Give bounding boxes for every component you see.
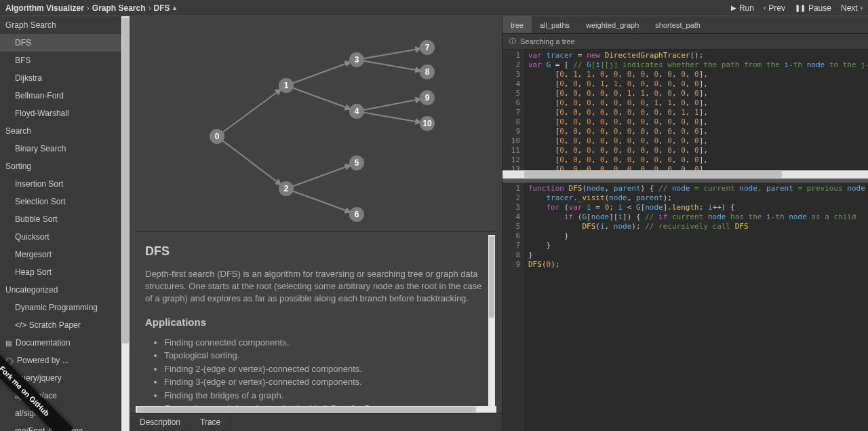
chevron-right-icon: › xyxy=(861,4,863,12)
pause-button[interactable]: ❚❚Pause xyxy=(795,3,831,13)
chevron-left-icon: ‹ xyxy=(764,4,766,12)
graph-node-label: 0 xyxy=(215,132,220,141)
sidebar-item[interactable]: Dynamic Programming xyxy=(0,299,121,316)
graph-node-label: 10 xyxy=(422,119,432,128)
github-icon: ◯ xyxy=(5,357,13,364)
breadcrumb: Algorithm Visualizer › Graph Search › DF… xyxy=(5,3,176,13)
sidebar-category[interactable]: Graph Search xyxy=(0,16,121,34)
play-icon: ▶ xyxy=(731,4,736,12)
gutter: 1 2 3 4 5 6 7 8 9 xyxy=(502,183,524,431)
tab-description[interactable]: Description xyxy=(130,413,191,431)
pause-icon: ❚❚ xyxy=(795,4,806,12)
application-item: Finding the bridges of a graph. xyxy=(164,389,487,402)
sidebar-item[interactable]: Quicksort xyxy=(0,228,121,246)
sidebar-item[interactable]: me/Font-Awesome xyxy=(0,422,121,431)
application-item: Topological sorting. xyxy=(164,349,487,362)
graph-node-label: 9 xyxy=(425,93,430,102)
code-editor-bottom[interactable]: 1 2 3 4 5 6 7 8 9 function DFS(node, par… xyxy=(502,179,868,431)
sidebar-category[interactable]: Uncategorized xyxy=(0,281,121,299)
graph-node-label: 1 xyxy=(284,81,289,90)
graph-edge xyxy=(286,60,357,86)
run-button[interactable]: ▶Run xyxy=(731,3,754,13)
graph-node-label: 7 xyxy=(425,43,430,52)
graph-node-label: 3 xyxy=(355,55,359,64)
sidebar-item[interactable]: Mergesort xyxy=(0,246,121,263)
toolbar-actions: ▶Run ‹Prev ❚❚Pause Next› xyxy=(731,3,863,13)
graph-node-label: 5 xyxy=(355,158,359,168)
sidebar-item[interactable]: al/sigma.js xyxy=(0,405,121,422)
breadcrumb-app[interactable]: Algorithm Visualizer xyxy=(5,3,84,13)
sidebar-category[interactable]: Search xyxy=(0,122,121,140)
code-tab[interactable]: shortest_path xyxy=(647,16,709,33)
sidebar-item[interactable]: ajaxorg/ace xyxy=(0,387,121,405)
breadcrumb-category[interactable]: Graph Search xyxy=(92,3,146,13)
sidebar-item[interactable]: DFS xyxy=(0,34,121,52)
code-tab[interactable]: tree xyxy=(502,16,532,33)
graph-edge xyxy=(357,60,427,72)
sidebar-footer-item[interactable]: ▤Documentation xyxy=(0,334,121,352)
application-item: Finding 3-(edge or vertex)-connected com… xyxy=(164,375,487,389)
graph-edge xyxy=(357,48,427,60)
sidebar-item[interactable]: Selection Sort xyxy=(0,193,121,210)
graph-node-label: 6 xyxy=(355,210,359,219)
sidebar-footer-label: Documentation xyxy=(16,338,71,348)
titlebar: Algorithm Visualizer › Graph Search › DF… xyxy=(0,0,868,16)
code-content[interactable]: function DFS(node, parent) { // node = c… xyxy=(528,184,868,269)
center-horizontal-scrollbar[interactable] xyxy=(136,406,496,413)
breadcrumb-algo[interactable]: DFS xyxy=(154,3,170,13)
sidebar-item[interactable]: Heap Sort xyxy=(0,263,121,281)
graph-edge xyxy=(357,111,427,124)
breadcrumb-sep: › xyxy=(87,3,90,13)
sidebar-footer-item[interactable]: ◯Powered by ... xyxy=(0,352,121,369)
description-text: Depth-first search (DFS) is an algorithm… xyxy=(145,268,487,305)
bottom-tabs: Description Trace xyxy=(130,413,502,431)
sidebar-item[interactable]: Insertion Sort xyxy=(0,175,121,193)
graph-node-label: 4 xyxy=(355,107,359,116)
chevron-up-icon[interactable]: ▴ xyxy=(173,4,176,12)
sidebar-item[interactable]: jquery/jquery xyxy=(0,369,121,387)
sidebar-item[interactable]: Floyd-Warshall xyxy=(0,105,121,122)
book-icon: ▤ xyxy=(5,339,12,347)
description-scrollbar[interactable] xyxy=(488,235,495,410)
breadcrumb-sep: › xyxy=(149,3,151,13)
description-pane[interactable]: DFS Depth-first search (DFS) is an algor… xyxy=(136,231,496,413)
sidebar-footer-label: Powered by ... xyxy=(17,356,69,365)
sidebar-item[interactable]: Dijkstra xyxy=(0,69,121,87)
code-tab[interactable]: weighted_graph xyxy=(578,16,647,33)
scrollbar-thumb[interactable] xyxy=(137,407,476,412)
editor-horizontal-scrollbar[interactable] xyxy=(502,170,868,179)
scrollbar-thumb[interactable] xyxy=(524,171,782,178)
scrollbar-thumb[interactable] xyxy=(122,18,129,343)
code-tabs: treeall_pathsweighted_graphshortest_path xyxy=(502,16,868,34)
sidebar[interactable]: Graph SearchDFSBFSDijkstraBellman-FordFl… xyxy=(0,16,121,431)
graph-edge xyxy=(357,98,427,111)
sidebar-item[interactable]: Bellman-Ford xyxy=(0,87,121,105)
next-button[interactable]: Next› xyxy=(841,3,863,13)
code-content[interactable]: var tracer = new DirectedGraphTracer(); … xyxy=(528,51,868,179)
graph-edge xyxy=(286,86,357,111)
sidebar-item[interactable]: Bubble Sort xyxy=(0,210,121,228)
scrollbar-thumb[interactable] xyxy=(489,236,494,318)
gutter: 1 2 3 4 5 6 7 8 9 10 11 12 13 14 15 xyxy=(502,50,524,179)
applications-heading: Applications xyxy=(145,316,487,328)
info-line: ⓘ Searching a tree xyxy=(502,34,868,50)
description-title: DFS xyxy=(145,244,487,259)
graph-node-label: 8 xyxy=(425,67,430,77)
sidebar-scrollbar[interactable] xyxy=(121,16,130,431)
prev-button[interactable]: ‹Prev xyxy=(764,3,785,13)
graph-edge xyxy=(286,163,357,189)
sidebar-item[interactable]: Binary Search xyxy=(0,140,121,157)
code-editor-top[interactable]: 1 2 3 4 5 6 7 8 9 10 11 12 13 14 15 var … xyxy=(502,50,868,179)
sidebar-item[interactable]: </> Scratch Paper xyxy=(0,316,121,334)
sidebar-category[interactable]: Sorting xyxy=(0,157,121,175)
code-tab[interactable]: all_paths xyxy=(532,16,578,33)
graph-node-label: 2 xyxy=(284,184,289,193)
application-item: Finding 2-(edge or vertex)-connected com… xyxy=(164,362,487,376)
tab-trace[interactable]: Trace xyxy=(191,413,231,431)
graph-visualization[interactable]: 012345678910 xyxy=(136,22,496,225)
sidebar-item[interactable]: BFS xyxy=(0,52,121,69)
application-item: Finding connected components. xyxy=(164,336,487,350)
applications-list: Finding connected components.Topological… xyxy=(145,336,487,413)
info-icon: ⓘ xyxy=(509,37,516,46)
graph-edge xyxy=(217,86,286,136)
